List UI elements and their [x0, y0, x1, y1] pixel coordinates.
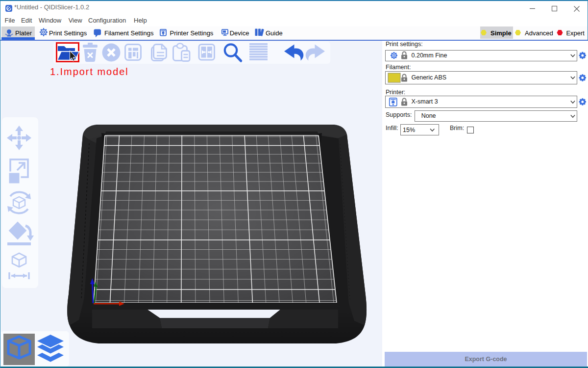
- svg-text:Simple: Simple: [490, 29, 512, 37]
- svg-text:Filament Settings: Filament Settings: [104, 29, 154, 37]
- svg-text:Advanced: Advanced: [525, 29, 553, 37]
- svg-text:Plater: Plater: [15, 29, 32, 37]
- svg-text:Printer Settings: Printer Settings: [170, 29, 214, 37]
- svg-text:Print Settings: Print Settings: [49, 29, 87, 37]
- svg-text:Expert: Expert: [566, 29, 585, 37]
- svg-text:Guide: Guide: [266, 29, 283, 37]
- svg-text:Device: Device: [230, 29, 249, 37]
